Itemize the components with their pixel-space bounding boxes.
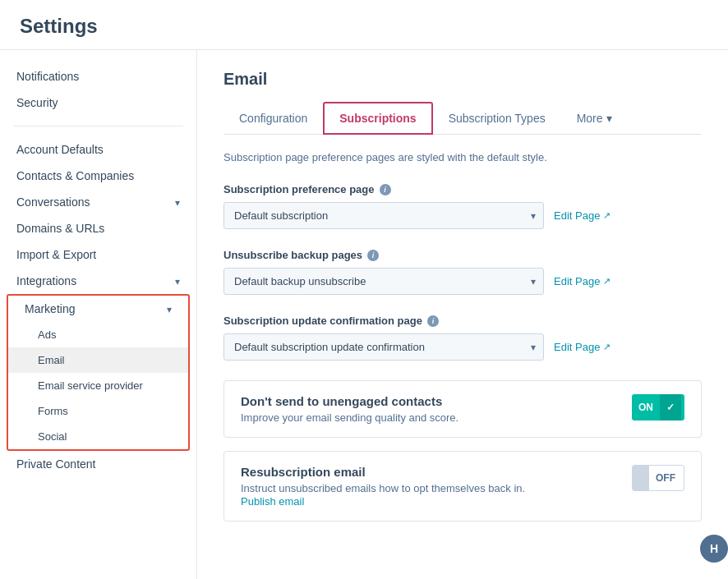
subscription-update-select-wrapper: Default subscription update confirmation… xyxy=(223,333,544,361)
subscription-pref-row: Subscription preference page i Default s… xyxy=(223,183,702,229)
subscription-update-edit-link[interactable]: Edit Page ↗ xyxy=(554,341,611,353)
dont-send-content: Don't send to unengaged contacts Improve… xyxy=(241,394,458,424)
resubscription-card: Resubscription email Instruct unsubscrib… xyxy=(223,451,702,522)
chevron-down-icon xyxy=(167,302,172,315)
chevron-down-icon xyxy=(175,274,180,287)
sidebar-subitem-email-service-provider[interactable]: Email service provider xyxy=(8,373,188,398)
chevron-down-icon: ▾ xyxy=(606,112,612,125)
tab-more[interactable]: More ▾ xyxy=(561,102,628,135)
sidebar-top-section: Notifications Security xyxy=(0,63,196,116)
subscription-pref-select-wrapper: Default subscription ▾ xyxy=(223,202,544,229)
sidebar-item-security[interactable]: Security xyxy=(0,90,196,116)
subscription-pref-label: Subscription preference page i xyxy=(223,183,702,195)
resubscription-title: Resubscription email xyxy=(241,465,525,479)
sidebar-subitem-email[interactable]: Email xyxy=(8,347,188,373)
sidebar-item-notifications[interactable]: Notifications xyxy=(0,63,196,90)
sidebar-item-private-content[interactable]: Private Content xyxy=(0,451,196,477)
sidebar: Notifications Security Account Defaults … xyxy=(0,50,197,579)
main-content: Email Configuration Subscriptions Subscr… xyxy=(197,50,728,579)
toggle-on-label: ON xyxy=(632,402,660,413)
toggle-off-label: OFF xyxy=(649,472,682,484)
unsubscribe-backup-select[interactable]: Default backup unsubscribe xyxy=(223,268,544,295)
external-link-icon: ↗ xyxy=(603,342,611,352)
sidebar-item-domains-urls[interactable]: Domains & URLs xyxy=(0,215,196,241)
dont-send-toggle[interactable]: ON ✓ xyxy=(632,394,684,420)
external-link-icon: ↗ xyxy=(603,276,611,287)
sidebar-subitem-ads[interactable]: Ads xyxy=(8,322,188,347)
content-area: Notifications Security Account Defaults … xyxy=(0,50,728,579)
info-icon[interactable]: i xyxy=(367,250,379,261)
sidebar-main-section: Account Defaults Contacts & Companies Co… xyxy=(0,136,196,477)
sidebar-subitem-forms[interactable]: Forms xyxy=(8,398,188,424)
resubscription-desc: Instruct unsubscribed emails how to opt … xyxy=(241,482,525,494)
page-header: Settings xyxy=(0,0,728,50)
dont-send-desc: Improve your email sending quality and s… xyxy=(241,411,458,424)
unsubscribe-backup-select-wrapper: Default backup unsubscribe ▾ xyxy=(223,268,544,295)
sidebar-item-conversations[interactable]: Conversations xyxy=(0,189,196,215)
tab-configuration[interactable]: Configuration xyxy=(223,102,323,135)
chevron-down-icon xyxy=(175,195,180,209)
subscription-description: Subscription page preference pages are s… xyxy=(223,151,702,163)
subscription-pref-controls: Default subscription ▾ Edit Page ↗ xyxy=(223,202,702,229)
unsubscribe-backup-label: Unsubscribe backup pages i xyxy=(223,249,702,261)
sidebar-item-import-export[interactable]: Import & Export xyxy=(0,241,196,268)
sidebar-item-marketing[interactable]: Marketing xyxy=(8,296,188,322)
email-section-title: Email xyxy=(223,70,702,89)
toggle-knob xyxy=(633,466,649,490)
page-title: Settings xyxy=(20,15,708,38)
page-layout: Settings Notifications Security Account … xyxy=(0,0,728,579)
sidebar-divider-1 xyxy=(13,126,183,126)
subscription-update-controls: Default subscription update confirmation… xyxy=(223,333,702,361)
unsubscribe-backup-edit-link[interactable]: Edit Page ↗ xyxy=(554,275,611,287)
info-icon[interactable]: i xyxy=(427,315,439,327)
sidebar-item-account-defaults[interactable]: Account Defaults xyxy=(0,136,196,163)
subscription-update-label: Subscription update confirmation page i xyxy=(223,315,702,327)
avatar-button[interactable]: H xyxy=(700,535,728,563)
tab-subscriptions[interactable]: Subscriptions xyxy=(323,102,432,135)
unsubscribe-backup-controls: Default backup unsubscribe ▾ Edit Page ↗ xyxy=(223,268,702,295)
tab-subscription-types[interactable]: Subscription Types xyxy=(433,102,561,135)
external-link-icon: ↗ xyxy=(603,210,611,221)
subscription-update-select[interactable]: Default subscription update confirmation xyxy=(223,333,544,361)
marketing-section: Marketing Ads Email Email service provid… xyxy=(7,294,190,451)
subscription-update-row: Subscription update confirmation page i … xyxy=(223,315,702,361)
subscription-pref-edit-link[interactable]: Edit Page ↗ xyxy=(554,209,611,222)
unsubscribe-backup-row: Unsubscribe backup pages i Default backu… xyxy=(223,249,702,295)
subscription-pref-select[interactable]: Default subscription xyxy=(223,202,544,229)
dont-send-title: Don't send to unengaged contacts xyxy=(241,394,458,408)
resubscription-toggle[interactable]: OFF xyxy=(632,465,684,491)
toggle-check-icon: ✓ xyxy=(660,394,681,420)
sidebar-item-contacts-companies[interactable]: Contacts & Companies xyxy=(0,163,196,189)
tabs-bar: Configuration Subscriptions Subscription… xyxy=(223,102,702,135)
dont-send-card: Don't send to unengaged contacts Improve… xyxy=(223,380,702,438)
publish-email-link[interactable]: Publish email xyxy=(241,495,304,508)
info-icon[interactable]: i xyxy=(380,184,391,195)
sidebar-item-integrations[interactable]: Integrations xyxy=(0,268,196,294)
resubscription-content: Resubscription email Instruct unsubscrib… xyxy=(241,465,525,508)
sidebar-subitem-social[interactable]: Social xyxy=(8,424,188,449)
